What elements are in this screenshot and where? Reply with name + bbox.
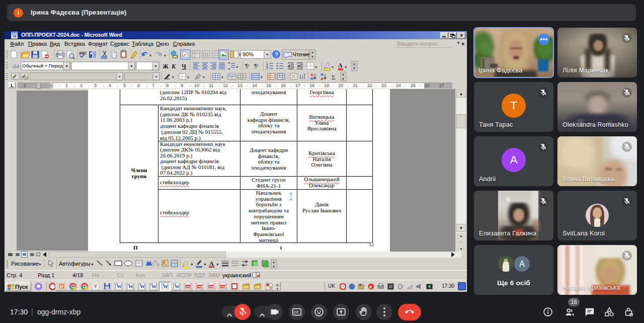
svg-text:▾: ▾ bbox=[332, 65, 334, 69]
svg-text:▾: ▾ bbox=[164, 53, 166, 58]
svg-text:PDF: PDF bbox=[221, 285, 226, 288]
svg-text:▼: ▼ bbox=[65, 64, 68, 68]
svg-text:▼: ▼ bbox=[203, 263, 207, 266]
svg-text:44: 44 bbox=[13, 62, 20, 70]
svg-text:▼: ▼ bbox=[311, 55, 314, 58]
svg-text:▾: ▾ bbox=[203, 75, 205, 79]
svg-text:Ч: Ч bbox=[182, 63, 186, 70]
svg-text:PDF: PDF bbox=[198, 285, 203, 288]
svg-text:▾: ▾ bbox=[315, 65, 317, 69]
svg-text:CC: CC bbox=[294, 310, 299, 314]
svg-text:▼: ▼ bbox=[91, 263, 94, 266]
svg-text:К: К bbox=[171, 63, 176, 70]
svg-text:PDF: PDF bbox=[186, 285, 192, 288]
svg-text:▼: ▼ bbox=[38, 263, 42, 266]
svg-text:▾: ▾ bbox=[236, 65, 238, 69]
svg-text:ABC: ABC bbox=[79, 51, 87, 55]
svg-text:3: 3 bbox=[266, 66, 268, 70]
svg-text:▼: ▼ bbox=[130, 64, 133, 68]
svg-text:¶¹: ¶¹ bbox=[245, 63, 250, 69]
svg-text:e: e bbox=[369, 284, 372, 289]
svg-text:W: W bbox=[128, 284, 133, 289]
svg-text:▼: ▼ bbox=[311, 51, 314, 54]
svg-text:W: W bbox=[163, 284, 168, 289]
svg-text:▼: ▼ bbox=[266, 53, 269, 56]
svg-text:▾: ▾ bbox=[187, 75, 189, 79]
svg-text:A: A bbox=[209, 260, 214, 267]
svg-text:A: A bbox=[338, 62, 343, 69]
svg-text:▼: ▼ bbox=[342, 77, 345, 80]
svg-text:W: W bbox=[12, 33, 17, 39]
svg-text:▼: ▼ bbox=[353, 67, 356, 70]
svg-text:▼: ▼ bbox=[272, 261, 275, 264]
svg-text:W: W bbox=[175, 284, 180, 289]
svg-text:А: А bbox=[320, 76, 324, 81]
svg-text:▾: ▾ bbox=[221, 75, 223, 79]
svg-text:▼: ▼ bbox=[190, 263, 194, 266]
svg-text:▼: ▼ bbox=[216, 263, 219, 266]
svg-text:▾: ▾ bbox=[149, 53, 151, 58]
svg-text:?: ? bbox=[275, 51, 278, 57]
svg-text:PDF: PDF bbox=[209, 285, 215, 288]
svg-text:¶¹: ¶¹ bbox=[254, 63, 259, 69]
svg-text:Σ: Σ bbox=[332, 73, 336, 81]
svg-text:▾: ▾ bbox=[172, 75, 174, 79]
svg-text:W: W bbox=[140, 284, 145, 289]
svg-text:▾: ▾ bbox=[261, 75, 263, 79]
svg-text:Y: Y bbox=[94, 284, 98, 289]
svg-text:P: P bbox=[60, 284, 63, 289]
svg-text:Ж: Ж bbox=[163, 63, 169, 70]
svg-text:90%: 90% bbox=[243, 51, 254, 57]
svg-text:W: W bbox=[151, 284, 156, 289]
svg-text:Чтение: Чтение bbox=[293, 52, 310, 57]
svg-text:▼: ▼ bbox=[353, 63, 356, 66]
svg-text:▼: ▼ bbox=[342, 73, 345, 76]
svg-text:Я: Я bbox=[310, 76, 313, 81]
svg-text:▼: ▼ bbox=[272, 265, 275, 268]
svg-text:▾: ▾ bbox=[345, 65, 347, 69]
svg-text:W: W bbox=[117, 284, 122, 289]
svg-text:Автофигуры: Автофигуры bbox=[59, 261, 91, 267]
svg-text:▼: ▼ bbox=[118, 75, 121, 78]
svg-text:▼: ▼ bbox=[154, 64, 157, 68]
svg-text:Обычный + Перед:: Обычный + Перед: bbox=[22, 63, 64, 68]
svg-text:Рисование: Рисование bbox=[11, 261, 39, 267]
svg-text:▼: ▼ bbox=[154, 75, 158, 78]
